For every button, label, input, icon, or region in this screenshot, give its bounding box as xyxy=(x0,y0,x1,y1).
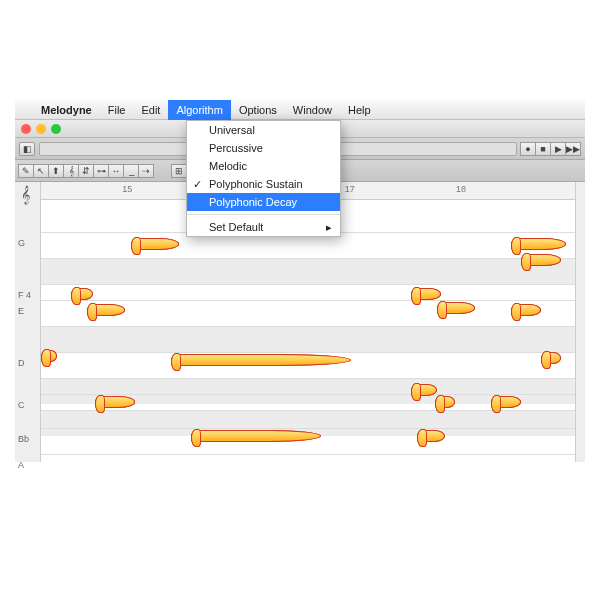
pitch-label: F 4 xyxy=(18,290,31,300)
algo-option[interactable]: Melodic xyxy=(187,157,340,175)
edit-tool-button[interactable]: ↖ xyxy=(33,164,49,178)
menu-edit[interactable]: Edit xyxy=(133,100,168,120)
bar-number: 15 xyxy=(122,184,132,194)
pitch-row xyxy=(41,258,575,284)
note-blob[interactable] xyxy=(437,302,475,314)
note-blob[interactable] xyxy=(71,288,93,300)
transport-button[interactable]: ■ xyxy=(535,142,551,156)
menu-file[interactable]: File xyxy=(100,100,134,120)
pitch-label: E xyxy=(18,306,24,316)
edit-tool-button[interactable]: ✎ xyxy=(18,164,34,178)
note-blob[interactable] xyxy=(417,430,445,442)
note-blob[interactable] xyxy=(131,238,179,250)
pitch-label: Bb xyxy=(18,434,29,444)
bar-number: 17 xyxy=(345,184,355,194)
pitch-label: A xyxy=(18,460,24,470)
edit-tool-button[interactable]: 𝄞 xyxy=(63,164,79,178)
menu-algorithm[interactable]: Algorithm xyxy=(168,100,230,120)
bar-number: 18 xyxy=(456,184,466,194)
note-blob[interactable] xyxy=(541,352,561,364)
grid-tool-button[interactable]: ⊞ xyxy=(171,164,187,178)
note-blob[interactable] xyxy=(521,254,561,266)
transport-button[interactable]: ▶ xyxy=(550,142,566,156)
algo-option[interactable]: Polyphonic Sustain xyxy=(187,175,340,193)
app-menu[interactable]: Melodyne xyxy=(33,100,100,120)
zoom-icon[interactable] xyxy=(51,124,61,134)
note-blob[interactable] xyxy=(191,430,321,442)
edit-tool-button[interactable]: ⇵ xyxy=(78,164,94,178)
right-gutter xyxy=(575,182,585,462)
pitch-label: G xyxy=(18,238,25,248)
note-blob[interactable] xyxy=(411,288,441,300)
close-icon[interactable] xyxy=(21,124,31,134)
edit-tool-button[interactable]: ⊶ xyxy=(93,164,109,178)
algo-option[interactable]: Percussive xyxy=(187,139,340,157)
transport-button[interactable]: ● xyxy=(520,142,536,156)
pitch-label: D xyxy=(18,358,25,368)
edit-tool-button[interactable]: ⬆ xyxy=(48,164,64,178)
edit-tool-button[interactable]: ↔ xyxy=(108,164,124,178)
algo-option[interactable]: Polyphonic Decay xyxy=(187,193,340,211)
pitch-row xyxy=(41,454,575,462)
algorithm-menu: UniversalPercussiveMelodicPolyphonic Sus… xyxy=(186,120,341,237)
menu-help[interactable]: Help xyxy=(340,100,379,120)
pitch-row xyxy=(41,326,575,352)
edit-tool-button[interactable]: ⇢ xyxy=(138,164,154,178)
view-toggle-button[interactable]: ◧ xyxy=(19,142,35,156)
edit-tool-button[interactable]: ⎯ xyxy=(123,164,139,178)
minimize-icon[interactable] xyxy=(36,124,46,134)
note-blob[interactable] xyxy=(41,350,57,362)
pitch-label: C xyxy=(18,400,25,410)
menu-options[interactable]: Options xyxy=(231,100,285,120)
pitch-gutter: 𝄞 GF 4EDCBbA xyxy=(15,182,41,462)
note-blob[interactable] xyxy=(171,354,351,366)
note-blob[interactable] xyxy=(491,396,521,408)
clef-icon: 𝄞 xyxy=(21,186,30,204)
menu-window[interactable]: Window xyxy=(285,100,340,120)
algo-option[interactable]: Universal xyxy=(187,121,340,139)
note-blob[interactable] xyxy=(435,396,455,408)
transport-button[interactable]: ▶▶ xyxy=(565,142,581,156)
note-blob[interactable] xyxy=(511,304,541,316)
system-menubar: Melodyne FileEditAlgorithmOptionsWindowH… xyxy=(15,100,585,120)
note-blob[interactable] xyxy=(95,396,135,408)
note-blob[interactable] xyxy=(511,238,566,250)
note-blob[interactable] xyxy=(411,384,437,396)
set-default-submenu[interactable]: Set Default xyxy=(187,218,340,236)
note-blob[interactable] xyxy=(87,304,125,316)
